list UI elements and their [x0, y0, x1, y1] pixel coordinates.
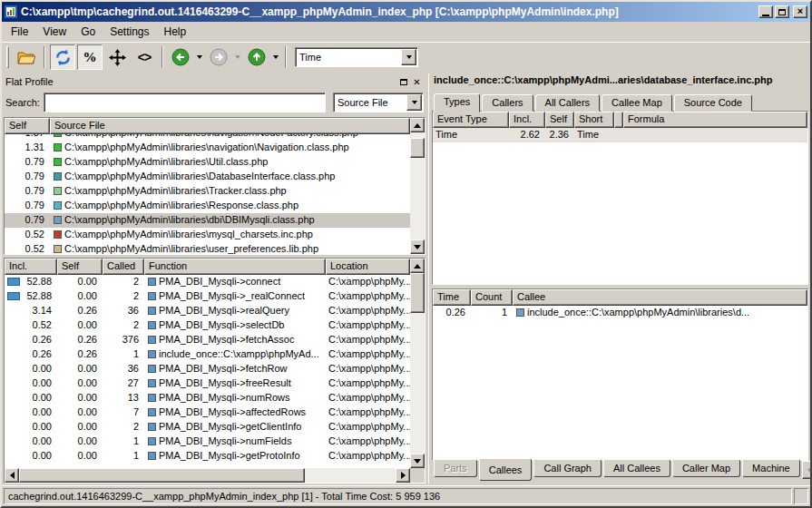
scroll-thumb[interactable] — [410, 273, 425, 313]
file-path-cell: C:\xampp\phpMyAdmin\libraries\Response.c… — [50, 199, 410, 213]
callee-name-cell: include_once::C:\xampp\phpMyAdmin\librar… — [513, 306, 807, 320]
function-icon — [148, 379, 156, 387]
tab-caller-map[interactable]: Caller Map — [672, 460, 740, 477]
tab-all-callers[interactable]: All Callers — [535, 94, 601, 112]
dropdown-button[interactable] — [406, 94, 422, 111]
close-button[interactable]: × — [793, 5, 807, 18]
tab-all-callees[interactable]: All Callees — [603, 460, 670, 477]
forward-button[interactable] — [206, 44, 231, 70]
scroll-up-button[interactable] — [410, 118, 425, 132]
event-type-column-header[interactable]: Formula — [623, 112, 807, 128]
self-cost-cell: 0.00 — [57, 362, 103, 376]
scroll-thumb[interactable] — [19, 468, 305, 483]
tab-call-graph[interactable]: Call Graph — [533, 460, 602, 477]
event-type-column-header[interactable]: Incl. — [509, 112, 545, 128]
move-button[interactable] — [104, 44, 130, 70]
cycle-detection-button[interactable] — [50, 44, 75, 70]
file-row[interactable]: 0.52C:\xampp\phpMyAdmin\libraries\mysql_… — [5, 228, 410, 242]
file-row[interactable]: 0.79C:\xampp\phpMyAdmin\libraries\Util.c… — [5, 155, 410, 170]
callee-column-header[interactable]: Time — [433, 289, 471, 306]
tab-scroll-left-button[interactable] — [802, 461, 812, 479]
tab-types[interactable]: Types — [434, 93, 480, 112]
file-row[interactable]: 0.79C:\xampp\phpMyAdmin\libraries\Tracke… — [5, 184, 410, 199]
file-row[interactable]: 1.37C:\xampp\phpMyAdmin\libraries\naviga… — [5, 134, 410, 141]
scroll-down-button[interactable] — [410, 454, 425, 468]
dock-float-button[interactable] — [396, 75, 410, 88]
up-dropdown-caret[interactable] — [273, 55, 279, 59]
function-row[interactable]: 0.000.001PMA_DBI_Mysqli->getProtoInfoC:\… — [5, 449, 410, 464]
function-column-header[interactable]: Self — [57, 259, 103, 275]
toolbar-handle[interactable] — [6, 46, 9, 68]
expand-shrink-button[interactable]: <> — [132, 44, 157, 70]
horizontal-scrollbar[interactable] — [5, 468, 410, 483]
menu-settings[interactable]: Settings — [103, 23, 156, 41]
source-file-column-header[interactable]: Source File — [50, 118, 410, 134]
dropdown-button[interactable] — [401, 49, 416, 65]
group-by-selector[interactable]: Source File — [333, 93, 424, 112]
callee-row[interactable]: 0.261include_once::C:\xampp\phpMyAdmin\l… — [433, 306, 807, 320]
callees-rows: 0.261include_once::C:\xampp\phpMyAdmin\l… — [433, 306, 807, 460]
function-row[interactable]: 0.260.26376PMA_DBI_Mysqli->fetchAssocC:\… — [5, 333, 410, 347]
location-cell: C:\xampp\phpMy... — [326, 449, 410, 464]
menu-go[interactable]: Go — [73, 23, 103, 41]
function-column-header[interactable]: Function — [144, 259, 326, 275]
back-dropdown-caret[interactable] — [197, 55, 202, 59]
function-row[interactable]: 0.000.0013PMA_DBI_Mysqli->numRowsC:\xamp… — [5, 391, 410, 405]
callee-column-header[interactable]: Count — [471, 289, 513, 306]
tab-callees[interactable]: Callees — [479, 459, 533, 481]
relative-percent-button[interactable]: % — [77, 44, 103, 70]
menu-view[interactable]: View — [35, 23, 73, 41]
maximize-button[interactable] — [775, 5, 789, 18]
event-type-column-header[interactable]: Self — [545, 112, 574, 128]
open-file-button[interactable] — [14, 44, 39, 70]
tab-callee-map[interactable]: Callee Map — [602, 94, 672, 112]
source-file-column-header[interactable]: Self — [5, 118, 50, 134]
file-row[interactable]: 0.79C:\xampp\phpMyAdmin\libraries\dbi\DB… — [5, 213, 410, 228]
function-column-header[interactable]: Incl. — [5, 259, 57, 275]
event-type-selector[interactable]: Time — [295, 47, 418, 67]
event-type-row[interactable]: Time2.622.36Time — [433, 128, 807, 142]
function-column-header[interactable]: Called — [103, 259, 144, 275]
menu-help[interactable]: Help — [157, 23, 194, 41]
dock-close-button[interactable]: ✕ — [410, 75, 424, 88]
search-input[interactable] — [44, 93, 326, 112]
up-button[interactable] — [244, 44, 269, 70]
tab-machine[interactable]: Machine — [742, 460, 800, 477]
event-type-column-header[interactable]: Short — [574, 112, 614, 128]
function-row[interactable]: 0.000.0027PMA_DBI_Mysqli->freeResultC:\x… — [5, 376, 410, 391]
function-row[interactable]: 0.000.001PMA_DBI_Mysqli->numFieldsC:\xam… — [5, 435, 410, 449]
scroll-left-button[interactable] — [5, 468, 19, 483]
function-row[interactable]: 0.260.261include_once::C:\xampp\phpMyAd.… — [5, 347, 410, 362]
function-column-header[interactable]: Location — [326, 259, 410, 275]
function-row[interactable]: 0.000.002PMA_DBI_Mysqli->getClientInfoC:… — [5, 420, 410, 435]
scroll-up-button[interactable] — [410, 259, 425, 273]
file-row[interactable]: 1.31C:\xampp\phpMyAdmin\libraries\naviga… — [5, 141, 410, 155]
event-type-column-header[interactable]: Event Type — [433, 112, 509, 128]
move-cross-icon — [109, 49, 126, 66]
minimize-button[interactable] — [758, 5, 773, 18]
function-row[interactable]: 0.000.0036PMA_DBI_Mysqli->fetchRowC:\xam… — [5, 362, 410, 376]
file-row[interactable]: 0.79C:\xampp\phpMyAdmin\libraries\Respon… — [5, 199, 410, 213]
scroll-right-button[interactable] — [396, 468, 410, 483]
scroll-down-button[interactable] — [410, 239, 425, 254]
event-type-column-header[interactable] — [614, 112, 623, 128]
function-row[interactable]: 0.000.007PMA_DBI_Mysqli->affectedRowsC:\… — [5, 405, 410, 420]
tab-parts[interactable]: Parts — [434, 460, 477, 477]
vertical-scrollbar[interactable] — [410, 118, 425, 254]
file-row[interactable]: 0.52C:\xampp\phpMyAdmin\libraries\user_p… — [5, 242, 410, 254]
scroll-thumb[interactable] — [410, 138, 425, 158]
menu-file[interactable]: File — [4, 23, 35, 41]
back-button[interactable] — [168, 44, 193, 70]
forward-dropdown-caret[interactable] — [235, 55, 240, 59]
tab-source-code[interactable]: Source Code — [674, 94, 752, 112]
function-row[interactable]: 3.140.2636PMA_DBI_Mysqli->realQueryC:\xa… — [5, 304, 410, 318]
function-icon — [148, 437, 156, 445]
vertical-scrollbar[interactable] — [410, 259, 425, 468]
callee-column-header[interactable]: Callee — [513, 289, 807, 306]
file-row[interactable]: 0.79C:\xampp\phpMyAdmin\libraries\Databa… — [5, 170, 410, 184]
function-row[interactable]: 0.520.002PMA_DBI_Mysqli->selectDbC:\xamp… — [5, 318, 410, 333]
forward-arrow-icon — [210, 48, 228, 66]
function-row[interactable]: 52.880.002PMA_DBI_Mysqli->_realConnectC:… — [5, 289, 410, 304]
function-row[interactable]: 52.880.002PMA_DBI_Mysqli->connectC:\xamp… — [5, 275, 410, 289]
tab-callers[interactable]: Callers — [482, 94, 533, 112]
